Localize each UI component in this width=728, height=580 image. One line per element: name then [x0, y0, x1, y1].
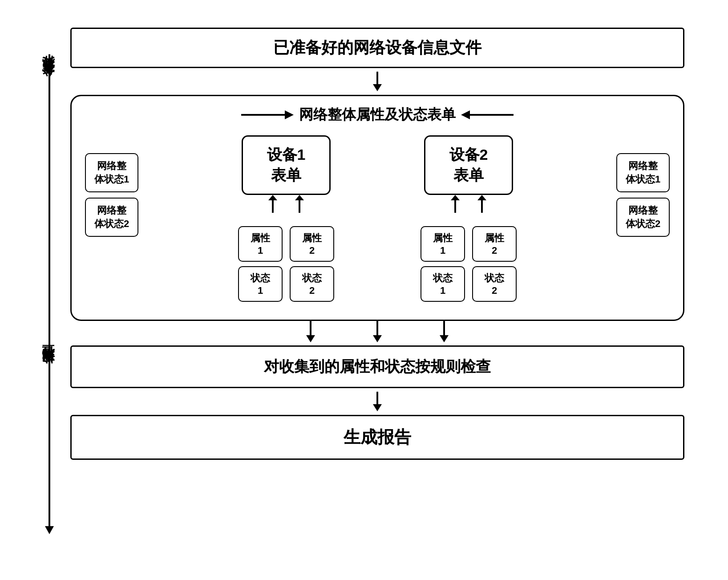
device1-state1: 状态 1 — [238, 266, 283, 302]
svg-marker-3 — [285, 110, 294, 119]
device2-col1: 属性 1 状态 1 — [421, 226, 465, 302]
device1-attr1: 属性 1 — [238, 226, 283, 262]
check-box: 对收集到的属性和状态按规则检查 — [70, 345, 684, 388]
svg-marker-21 — [373, 404, 382, 411]
network-status-bar: 网络整体属性及状态表单 — [299, 105, 456, 125]
device2-box: 设备2 表单 — [424, 135, 513, 195]
arrow-left-to-center — [241, 108, 295, 122]
arrow-up-device2-right — [477, 195, 486, 213]
label-check: 按规则检查 — [40, 366, 57, 375]
svg-marker-15 — [306, 335, 315, 342]
device1-box: 设备1 表单 — [242, 135, 331, 195]
left-label-area: 分析信息文件 按规则检查 — [30, 19, 66, 562]
three-arrows-down — [222, 321, 533, 345]
svg-marker-13 — [477, 195, 486, 200]
svg-marker-1 — [373, 84, 382, 91]
report-box: 生成报告 — [70, 415, 684, 460]
label-analyze: 分析信息文件 — [40, 77, 57, 87]
right-state-1: 网络整 体状态1 — [616, 153, 670, 192]
svg-marker-9 — [295, 195, 304, 200]
svg-marker-11 — [451, 195, 460, 200]
arrow-check-to-report — [70, 388, 684, 415]
device1-column: 设备1 表单 — [238, 135, 334, 302]
top-file-box: 已准备好的网络设备信息文件 — [70, 28, 684, 68]
device2-attr2: 属性 2 — [472, 226, 517, 262]
arrow-up-device1-right — [295, 195, 304, 213]
device1-state2: 状态 2 — [290, 266, 334, 302]
right-state-column: 网络整 体状态1 网络整 体状态2 — [616, 135, 670, 237]
right-state-2: 网络整 体状态2 — [616, 198, 670, 237]
diagram-container: 分析信息文件 按规则检查 已准备好的网络设备信息文件 网络整体属性及状态表单 — [30, 19, 698, 562]
left-main-arrow — [46, 54, 53, 544]
device1-col2: 属性 2 状态 2 — [290, 226, 334, 302]
device2-state2: 状态 2 — [472, 266, 517, 302]
svg-marker-7 — [268, 195, 277, 200]
device2-column: 设备2 表单 属性 1 — [421, 135, 517, 302]
svg-marker-17 — [373, 335, 382, 342]
arrow-up-device2-left — [451, 195, 460, 213]
left-state-1: 网络整 体状态1 — [85, 153, 138, 192]
middle-box: 网络整体属性及状态表单 网络整 体状态1 网络整 体状态2 设备1 表单 — [70, 95, 684, 321]
device2-attr1: 属性 1 — [421, 226, 465, 262]
arrow-up-device1-left — [268, 195, 277, 213]
svg-marker-19 — [440, 335, 449, 342]
device2-sub-items: 属性 1 状态 1 属性 2 状态 2 — [421, 226, 517, 302]
device1-col1: 属性 1 状态 1 — [238, 226, 283, 302]
arrow-top-to-middle — [70, 68, 684, 95]
left-state-2: 网络整 体状态2 — [85, 198, 138, 237]
arrows-to-check — [70, 321, 684, 345]
device1-attr2: 属性 2 — [290, 226, 334, 262]
device1-sub-items: 属性 1 状态 1 属性 2 状态 2 — [238, 226, 334, 302]
device2-col2: 属性 2 状态 2 — [472, 226, 517, 302]
main-content: 已准备好的网络设备信息文件 网络整体属性及状态表单 — [66, 19, 698, 562]
svg-marker-5 — [461, 110, 470, 119]
left-state-column: 网络整 体状态1 网络整 体状态2 — [85, 135, 138, 237]
device2-state1: 状态 1 — [421, 266, 465, 302]
arrow-right-to-center — [460, 108, 514, 122]
